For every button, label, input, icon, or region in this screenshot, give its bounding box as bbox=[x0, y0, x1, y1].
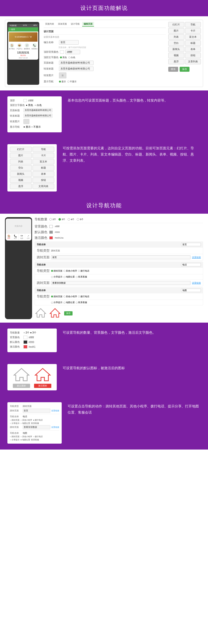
show-nav-row: 显示导航 显示 不显示 bbox=[44, 80, 166, 83]
annotation-input[interactable] bbox=[59, 40, 79, 44]
nav-phone-type-jump[interactable]: 跳转页面 bbox=[51, 270, 62, 272]
nav-count-3[interactable]: 3个 bbox=[59, 218, 65, 221]
annotation-hint: 页面名称，便于识别不同的页面 bbox=[59, 46, 166, 49]
nav-map-type-mappos[interactable]: 地图位置 bbox=[63, 301, 75, 304]
zoomed-elem-float: 悬浮 bbox=[10, 184, 32, 189]
nav-default-color-row: 默认颜色 #999 bbox=[35, 230, 203, 234]
elem-article-list[interactable]: 文章列表 bbox=[185, 59, 201, 64]
elem-form[interactable]: 表单 bbox=[185, 46, 201, 52]
nav-count-5[interactable]: 5个 bbox=[77, 218, 83, 221]
phone-nav-item-2: 📦 产品中心 bbox=[17, 43, 23, 50]
bg-color-swatch[interactable] bbox=[60, 50, 64, 54]
phone-nav-item-3: 📰 新闻资讯 bbox=[24, 43, 30, 50]
nav-map-type-jump[interactable]: 跳转页面 bbox=[51, 295, 62, 298]
nav-phone-type-share[interactable]: 分享提示 bbox=[51, 275, 62, 278]
nav-map-type-share[interactable]: 分享提示 bbox=[51, 301, 62, 304]
text-color-row: 顶部文字颜色 黑色 白色 bbox=[44, 56, 166, 59]
phone-banner: 专业型钢电镀加工厂家 bbox=[15, 36, 32, 38]
zoomed-elem-title: 标题 bbox=[33, 165, 55, 170]
nav-home-name-input[interactable] bbox=[181, 243, 201, 246]
nav-phone-type-call[interactable]: 拨打电话 bbox=[78, 270, 89, 272]
elem-blank[interactable]: 空白 bbox=[168, 40, 184, 46]
text-color-white[interactable]: 白色 bbox=[68, 56, 75, 59]
active-icon-container bbox=[49, 307, 61, 319]
large-default-icon: 默认图标 bbox=[13, 366, 30, 388]
elem-nav[interactable]: 导航 bbox=[185, 22, 201, 27]
nav-phone-type-row2: 分享提示 地图位置 联系客服 bbox=[35, 274, 203, 280]
tab-add-page[interactable]: 添加页面 bbox=[57, 22, 68, 26]
tab-edit-page[interactable]: 编辑页面 bbox=[82, 22, 94, 26]
nav-item-phone-header: 导航名称 bbox=[35, 262, 203, 268]
page-title-input[interactable] bbox=[59, 61, 94, 65]
zoomed-nav-default-row: 默认颜色 #999 bbox=[10, 340, 54, 344]
svg-marker-2 bbox=[14, 368, 29, 381]
annotation-row: 编注名称 bbox=[44, 40, 166, 44]
nav-phone-type-row: 导航类型 跳转页面 其他小程序 拨打电话 bbox=[35, 268, 203, 274]
nav-phone-link[interactable]: 设置链接 bbox=[192, 282, 201, 285]
elem-news[interactable]: 新闻头 bbox=[168, 46, 184, 52]
large-active-icon: 激活图标 bbox=[34, 366, 51, 388]
nav-home-page-row: 跳转页面 设置链接 bbox=[35, 254, 203, 260]
nav-map-type-call[interactable]: 拨打电话 bbox=[78, 295, 89, 298]
text-color-black[interactable]: 黑色 bbox=[60, 56, 67, 59]
zoomed-bg-swatch bbox=[24, 99, 27, 102]
zoomed-nav-bg-row: 背景颜色 #ffffff bbox=[10, 336, 54, 339]
share-title-input[interactable] bbox=[59, 66, 94, 71]
detail-phone-section: 导航名称 电话 ○ 跳转页面 ○ 其他小程序 ● 拨打电话 ○ 分享提示 ○ 地… bbox=[10, 415, 59, 430]
zoomed-form-card: 顶部 #ffffff 顶部文字颜色 ● 黑色 ○ 白色 页面标题 东莞市盈峰新材… bbox=[8, 96, 62, 132]
elem-button[interactable]: 按钮 bbox=[185, 53, 201, 58]
zoomed-show-row: 显示导航 ● 显示 ○ 不显示 bbox=[10, 125, 59, 129]
tab-page-list[interactable]: 页面列表 bbox=[44, 22, 56, 26]
elem-slideshow[interactable]: 幻灯片 bbox=[168, 22, 184, 27]
elem-float[interactable]: 悬浮 bbox=[168, 59, 184, 64]
section2-title: 设计导航功能 bbox=[0, 198, 208, 214]
share-img-row: 转发图片 图 bbox=[44, 72, 166, 78]
phone-number: 13132131 bbox=[8, 50, 38, 54]
nav-count-4[interactable]: 4个 bbox=[68, 218, 74, 221]
nav-save-button[interactable]: 保存 bbox=[64, 311, 73, 316]
share-img-upload[interactable]: 图 bbox=[59, 72, 66, 78]
elem-list[interactable]: 列表 bbox=[168, 34, 184, 40]
zoomed-elem-news: 新闻头 bbox=[10, 171, 32, 177]
elem-card[interactable]: 卡片 bbox=[185, 28, 201, 34]
nav-home-link[interactable]: 设置链接 bbox=[192, 256, 201, 259]
nav-phone-name-input[interactable] bbox=[181, 263, 201, 266]
nav-map-type-service[interactable]: 联系客服 bbox=[76, 301, 87, 304]
phone-nav-item-1: 🏠 关于我们 bbox=[9, 43, 15, 50]
nav-phone-type-service[interactable]: 联系客服 bbox=[76, 275, 87, 278]
nav-phone-type-map[interactable]: 地图位置 bbox=[63, 275, 75, 278]
nav-default-swatch[interactable] bbox=[49, 231, 53, 234]
bg-color-input[interactable] bbox=[65, 50, 80, 54]
elem-video[interactable]: 视频 bbox=[168, 53, 184, 58]
elem-title[interactable]: 标题 bbox=[185, 40, 201, 46]
nav-active-swatch[interactable] bbox=[49, 236, 53, 239]
nav-bar: 🏠 首页 📞 电话 🗺 地图 ↗ 分享 bbox=[6, 234, 31, 240]
zoomed-elem-video: 视频 bbox=[10, 178, 32, 183]
show-nav-show[interactable]: 显示 bbox=[59, 80, 66, 83]
detail-home-link: 设置链接 bbox=[51, 409, 59, 412]
tab-design-nav[interactable]: 设计导航 bbox=[69, 22, 81, 26]
zoomed-elem-image: 图片 bbox=[10, 153, 32, 158]
desc2-text: 可按需添加页面需要的元素，达到自定义页面的功能。目前可加页面元素：幻灯片、导航、… bbox=[63, 144, 200, 164]
detail-home-section: 导航类型 跳转页面 跳转页面 首页 设置链接 bbox=[10, 405, 59, 414]
section1-title: 设计页面功能解说 bbox=[0, 0, 208, 16]
show-nav-hide[interactable]: 不显示 bbox=[67, 80, 77, 83]
zoomed-elem-nav: 导航 bbox=[33, 147, 55, 152]
section1-desc1-block: 顶部 #ffffff 顶部文字颜色 ● 黑色 ○ 白色 页面标题 东莞市盈峰新材… bbox=[0, 90, 208, 138]
nav-bg-swatch[interactable] bbox=[49, 225, 53, 228]
save-button[interactable]: 保存 bbox=[180, 67, 189, 72]
nav-home-type-row: 导航类型 跳转页面 bbox=[35, 248, 203, 254]
nav-phone-type-mini[interactable]: 其他小程序 bbox=[63, 270, 77, 272]
elem-image[interactable]: 图片 bbox=[168, 28, 184, 34]
elem-richtext[interactable]: 富文本 bbox=[185, 34, 201, 40]
nav-map-name-input[interactable] bbox=[181, 288, 201, 292]
nav-phone-page-input[interactable] bbox=[51, 281, 190, 285]
module-button[interactable]: 模块 bbox=[168, 67, 178, 72]
zoomed-nav-active-row: 激活颜色 #ed41 bbox=[10, 345, 54, 348]
zoomed-elem-slideshow: 幻灯片 bbox=[10, 147, 32, 152]
nav-count-2[interactable]: 2个 bbox=[49, 218, 56, 221]
nav-count-row: 导航数量 2个 3个 4个 5个 bbox=[35, 217, 203, 223]
nav-bar-home: 🏠 首页 bbox=[6, 234, 12, 240]
nav-home-page-input[interactable] bbox=[51, 255, 190, 259]
nav-map-type-mini[interactable]: 其他小程序 bbox=[63, 295, 77, 298]
